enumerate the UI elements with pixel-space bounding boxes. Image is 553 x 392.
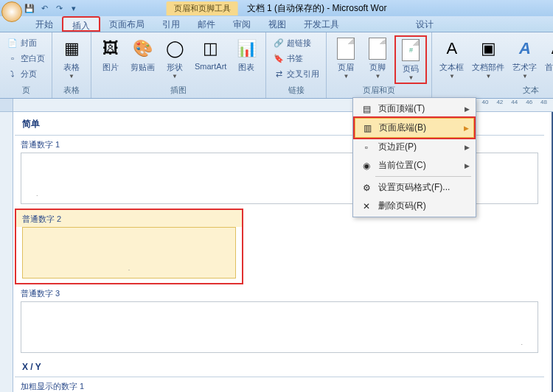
group-links: 🔗超链接 🔖书签 ⇄交叉引用 链接 xyxy=(266,32,327,98)
bookmark-button[interactable]: 🔖书签 xyxy=(271,51,321,66)
menu-bottom-of-page[interactable]: ▥ 页面底端(B) ▶ xyxy=(355,118,474,138)
page-bottom-icon: ▥ xyxy=(360,122,375,134)
page-break-icon: ⤵ xyxy=(7,68,18,80)
chevron-down-icon: ▼ xyxy=(69,73,74,80)
menu-separator xyxy=(375,176,471,177)
tab-view[interactable]: 视图 xyxy=(260,16,295,32)
vertical-ruler[interactable] xyxy=(0,112,13,392)
cross-ref-icon: ⇄ xyxy=(273,68,285,80)
ribbon: 📄封面 ▫空白页 ⤵分页 页 ▦ 表格 ▼ 表格 🖼图片 🎨剪贴画 ◯形状▼ ◫… xyxy=(0,32,553,99)
preview-plain-3: · xyxy=(21,301,538,353)
header-button[interactable]: 页眉▼ xyxy=(331,35,361,81)
menu-top-of-page[interactable]: ▤ 页面顶端(T) ▶ xyxy=(355,99,474,118)
wordart-button[interactable]: A艺术字▼ xyxy=(509,35,540,81)
group-tables: ▦ 表格 ▼ 表格 xyxy=(52,32,91,98)
group-label: 页 xyxy=(4,84,47,97)
page-top-icon: ▤ xyxy=(359,103,374,115)
page-margin-icon: ▫ xyxy=(359,141,374,153)
shapes-icon: ◯ xyxy=(163,37,187,60)
group-label: 页眉和页 xyxy=(331,84,427,97)
cover-page-button[interactable]: 📄封面 xyxy=(4,35,47,50)
table-button[interactable]: ▦ 表格 ▼ xyxy=(57,35,86,81)
group-label: 插图 xyxy=(96,84,261,97)
redo-icon[interactable]: ↷ xyxy=(53,2,65,14)
group-label: 文本 xyxy=(437,84,553,97)
picture-button[interactable]: 🖼图片 xyxy=(96,35,125,74)
format-icon: ⚙ xyxy=(359,182,374,194)
shapes-button[interactable]: ◯形状▼ xyxy=(160,35,189,81)
wordart-icon: A xyxy=(513,37,537,60)
context-tab-label: 页眉和页脚工具 xyxy=(167,1,238,15)
cross-reference-button[interactable]: ⇄交叉引用 xyxy=(271,66,321,81)
ribbon-tabs: 开始 插入 页面布局 引用 邮件 审阅 视图 开发工具 设计 xyxy=(0,16,553,32)
gallery-item-bold-1[interactable]: 加粗显示的数字 1 xyxy=(15,377,544,392)
drop-cap-icon: A≡ xyxy=(549,37,553,60)
hyperlink-button[interactable]: 🔗超链接 xyxy=(271,35,321,50)
tab-mailings[interactable]: 邮件 xyxy=(189,16,224,32)
smartart-button[interactable]: ◫SmartArt xyxy=(192,35,229,72)
chart-button[interactable]: 📊图表 xyxy=(232,35,261,74)
chevron-down-icon: ▼ xyxy=(485,73,491,80)
page-number-dropdown: ▤ 页面顶端(T) ▶ ▥ 页面底端(B) ▶ ▫ 页边距(P) ▶ ◉ 当前位… xyxy=(352,97,476,217)
remove-icon: ✕ xyxy=(359,200,374,212)
gallery-section-xy: X / Y xyxy=(15,357,544,377)
clipart-button[interactable]: 🎨剪贴画 xyxy=(128,35,158,74)
submenu-arrow-icon: ▶ xyxy=(465,162,470,169)
text-box-button[interactable]: A文本框▼ xyxy=(437,35,467,81)
undo-icon[interactable]: ↶ xyxy=(38,2,50,14)
preview-plain-2: · xyxy=(22,227,236,279)
submenu-arrow-icon: ▶ xyxy=(465,105,470,113)
quick-access-toolbar: 💾 ↶ ↷ ▾ xyxy=(24,2,80,14)
picture-icon: 🖼 xyxy=(99,37,122,60)
tab-page-layout[interactable]: 页面布局 xyxy=(100,16,153,32)
page-break-button[interactable]: ⤵分页 xyxy=(4,66,47,81)
blank-page-icon: ▫ xyxy=(7,52,18,64)
office-button[interactable] xyxy=(1,1,22,22)
blank-page-button[interactable]: ▫空白页 xyxy=(4,51,47,66)
document-title: 文档 1 (自动保存的) - Microsoft Wor xyxy=(247,2,387,15)
tab-review[interactable]: 审阅 xyxy=(224,16,260,32)
bookmark-icon: 🔖 xyxy=(273,52,285,64)
ruler-corner xyxy=(0,99,13,111)
chevron-down-icon: ▼ xyxy=(522,73,528,80)
chevron-down-icon: ▼ xyxy=(449,73,455,80)
smartart-icon: ◫ xyxy=(199,37,223,60)
group-pages: 📄封面 ▫空白页 ⤵分页 页 xyxy=(0,32,52,98)
group-illustrations: 🖼图片 🎨剪贴画 ◯形状▼ ◫SmartArt 📊图表 插图 xyxy=(91,32,266,98)
tab-references[interactable]: 引用 xyxy=(153,16,189,32)
menu-format-page-numbers[interactable]: ⚙ 设置页码格式(F)... xyxy=(355,178,474,197)
chevron-down-icon: ▼ xyxy=(343,73,349,80)
clipart-icon: 🎨 xyxy=(131,37,155,60)
hyperlink-icon: 🔗 xyxy=(273,37,285,49)
tab-developer[interactable]: 开发工具 xyxy=(295,16,348,32)
current-pos-icon: ◉ xyxy=(359,160,374,172)
page-number-button[interactable]: #页码▼ xyxy=(394,35,427,84)
header-icon xyxy=(334,37,358,60)
tab-design[interactable]: 设计 xyxy=(407,16,442,32)
save-icon[interactable]: 💾 xyxy=(24,2,35,14)
quick-parts-icon: ▣ xyxy=(476,37,500,60)
group-header-footer: 页眉▼ 页脚▼ #页码▼ 页眉和页 xyxy=(327,32,432,98)
chevron-down-icon: ▼ xyxy=(172,73,178,80)
footer-button[interactable]: 页脚▼ xyxy=(363,35,392,81)
group-text: A文本框▼ ▣文档部件▼ A艺术字▼ A≡首字下沉▼ ✎签名行 📅 ◫对象 文本 xyxy=(432,32,553,98)
gallery-item-plain-2[interactable]: 普通数字 2 · xyxy=(15,209,243,284)
page-number-icon: # xyxy=(399,38,422,62)
chart-icon: 📊 xyxy=(234,37,258,60)
quick-parts-button[interactable]: ▣文档部件▼ xyxy=(469,35,507,81)
titlebar: 💾 ↶ ↷ ▾ 页眉和页脚工具 文档 1 (自动保存的) - Microsoft… xyxy=(0,0,553,16)
cover-page-icon: 📄 xyxy=(7,37,18,49)
footer-icon xyxy=(366,37,389,60)
group-label: 表格 xyxy=(57,84,86,97)
chevron-down-icon: ▼ xyxy=(375,73,380,80)
chevron-down-icon: ▼ xyxy=(408,74,414,81)
drop-cap-button[interactable]: A≡首字下沉▼ xyxy=(542,35,553,81)
group-label: 链接 xyxy=(271,84,321,97)
tab-home[interactable]: 开始 xyxy=(27,16,62,32)
tab-insert[interactable]: 插入 xyxy=(62,16,100,32)
menu-remove-page-numbers[interactable]: ✕ 删除页码(R) xyxy=(355,197,474,215)
menu-current-position[interactable]: ◉ 当前位置(C) ▶ xyxy=(355,156,474,175)
gallery-item-plain-3[interactable]: 普通数字 3 · xyxy=(15,284,544,353)
menu-page-margins[interactable]: ▫ 页边距(P) ▶ xyxy=(355,138,474,156)
qat-more-icon[interactable]: ▾ xyxy=(68,2,80,14)
